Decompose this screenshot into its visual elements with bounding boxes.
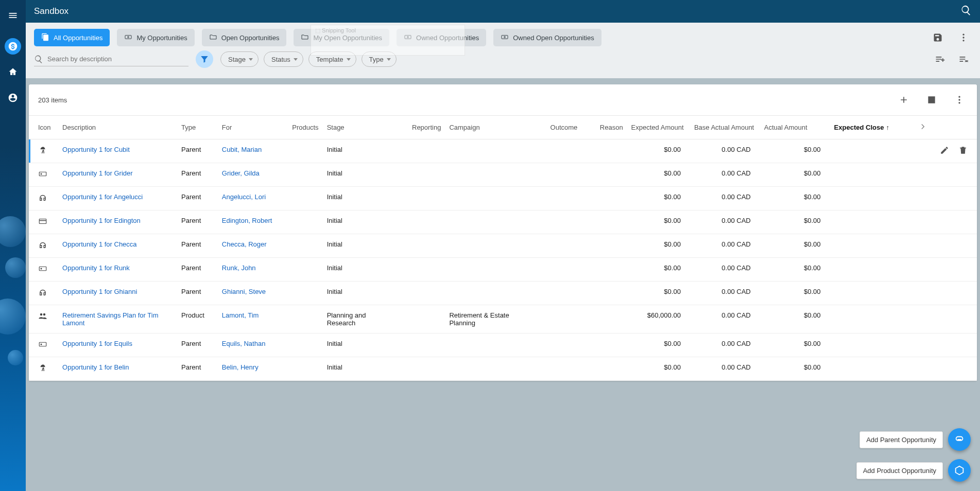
col-reporting[interactable]: Reporting (392, 116, 445, 139)
table-row[interactable]: Opportunity 1 for EdingtonParentEdington… (29, 211, 977, 234)
more-vert-icon (954, 95, 965, 105)
copy-icon (41, 33, 49, 43)
row-campaign (445, 139, 529, 163)
col-expected-close[interactable]: Expected Close↑ (830, 116, 914, 139)
row-base: 0.00 CAD (690, 334, 760, 357)
table-row[interactable]: Opportunity 1 for AngelucciParentAngeluc… (29, 187, 977, 211)
tab-all-opportunities[interactable]: All Opportunities (34, 29, 110, 46)
row-description[interactable]: Opportunity 1 for Angelucci (62, 193, 143, 201)
col-for[interactable]: For (218, 116, 277, 139)
save-button[interactable] (930, 29, 946, 46)
row-for[interactable]: Checca, Roger (222, 240, 267, 248)
fab-add-parent[interactable] (948, 428, 971, 451)
row-type: Parent (177, 163, 218, 187)
search-input[interactable] (47, 55, 188, 63)
chart-button[interactable] (923, 92, 940, 108)
svg-rect-18 (39, 342, 46, 346)
row-base: 0.00 CAD (690, 211, 760, 234)
col-products[interactable]: Products (277, 116, 322, 139)
row-campaign (445, 211, 529, 234)
col-type[interactable]: Type (177, 116, 218, 139)
col-description[interactable]: Description (58, 116, 177, 139)
tab-owned-opportunities[interactable]: Owned Opportunities (397, 29, 486, 46)
row-type-icon (38, 314, 47, 322)
col-reason[interactable]: Reason (581, 116, 627, 139)
svg-point-3 (407, 36, 409, 38)
table-row[interactable]: Opportunity 1 for EquilsParentEquils, Na… (29, 334, 977, 357)
col-base-actual[interactable]: Base Actual Amount (690, 116, 760, 139)
row-expected: $60,000.00 (627, 305, 690, 334)
row-actual: $0.00 (760, 357, 830, 381)
col-icon[interactable]: Icon (29, 116, 58, 139)
more-button[interactable] (955, 29, 972, 46)
row-base: 0.00 CAD (690, 163, 760, 187)
row-description[interactable]: Opportunity 1 for Ghianni (62, 288, 137, 295)
sidebar-item-opportunities[interactable] (5, 38, 21, 55)
row-for[interactable]: Equils, Nathan (222, 340, 266, 347)
table-row[interactable]: Opportunity 1 for RunkParentRunk, JohnIn… (29, 258, 977, 282)
edit-button[interactable] (940, 146, 949, 156)
row-type-icon (38, 343, 47, 350)
filter-template[interactable]: Template (308, 51, 356, 67)
row-description[interactable]: Opportunity 1 for Checca (62, 240, 137, 248)
filter-toggle[interactable] (196, 50, 213, 68)
row-description[interactable]: Opportunity 1 for Equils (62, 340, 132, 347)
tab-owned-open-opportunities[interactable]: Owned Open Opportunities (493, 29, 601, 46)
table-row[interactable]: Opportunity 1 for BelinParentBelin, Henr… (29, 357, 977, 381)
filter-status[interactable]: Status (264, 51, 303, 67)
svg-rect-12 (39, 172, 46, 176)
col-stage[interactable]: Stage (323, 116, 393, 139)
svg-rect-14 (39, 219, 46, 224)
add-row-button[interactable] (896, 92, 912, 108)
row-for[interactable]: Cubit, Marian (222, 146, 262, 153)
fab-add-product[interactable] (948, 459, 971, 482)
add-filter-button[interactable] (932, 51, 948, 67)
tab-my-opportunities[interactable]: My Opportunities (117, 29, 194, 46)
filter-stage[interactable]: Stage (220, 51, 259, 67)
row-type-icon (38, 267, 47, 275)
page-title: Sandbox (34, 6, 68, 16)
search-input-wrap[interactable] (34, 52, 188, 66)
menu-icon (8, 10, 18, 21)
table-row[interactable]: Opportunity 1 for GriderParentGrider, Gi… (29, 163, 977, 187)
filter-type[interactable]: Type (362, 51, 397, 67)
row-for[interactable]: Runk, John (222, 264, 256, 272)
svg-point-1 (128, 36, 129, 38)
table-row[interactable]: Opportunity 1 for CheccaParentChecca, Ro… (29, 234, 977, 258)
row-for[interactable]: Belin, Henry (222, 363, 259, 371)
row-description[interactable]: Opportunity 1 for Edington (62, 217, 141, 224)
col-expected-amount[interactable]: Expected Amount (627, 116, 690, 139)
sidebar-item-home[interactable] (5, 64, 21, 80)
row-for[interactable]: Grider, Gilda (222, 169, 260, 177)
sidebar-item-account[interactable] (5, 90, 21, 106)
delete-button[interactable] (958, 146, 968, 156)
tab-my-open-opportunities[interactable]: My Open Opportunities (294, 29, 389, 46)
col-expand[interactable] (914, 116, 977, 139)
row-expected: $0.00 (627, 258, 690, 282)
table-row[interactable]: Retirement Savings Plan for Tim LamontPr… (29, 305, 977, 334)
col-outcome[interactable]: Outcome (529, 116, 581, 139)
row-description[interactable]: Opportunity 1 for Cubit (62, 146, 130, 153)
menu-button[interactable] (5, 7, 21, 24)
row-actual: $0.00 (760, 163, 830, 187)
table-row[interactable]: Opportunity 1 for CubitParentCubit, Mari… (29, 139, 977, 163)
row-stage: Planning and Research (323, 305, 393, 334)
row-type: Parent (177, 334, 218, 357)
global-search-button[interactable] (960, 5, 972, 19)
col-actual[interactable]: Actual Amount (760, 116, 830, 139)
row-for[interactable]: Edington, Robert (222, 217, 272, 224)
col-campaign[interactable]: Campaign (445, 116, 529, 139)
row-for[interactable]: Ghianni, Steve (222, 288, 266, 295)
row-description[interactable]: Opportunity 1 for Runk (62, 264, 130, 272)
row-description[interactable]: Opportunity 1 for Belin (62, 363, 129, 371)
row-for[interactable]: Angelucci, Lori (222, 193, 266, 201)
tab-open-opportunities[interactable]: Open Opportunities (202, 29, 287, 46)
clear-filters-button[interactable] (955, 51, 972, 67)
row-for[interactable]: Lamont, Tim (222, 311, 259, 319)
table-more-button[interactable] (951, 92, 968, 108)
row-description[interactable]: Opportunity 1 for Grider (62, 169, 133, 177)
row-description[interactable]: Retirement Savings Plan for Tim Lamont (62, 311, 158, 327)
row-type: Parent (177, 234, 218, 258)
row-type: Parent (177, 282, 218, 305)
table-row[interactable]: Opportunity 1 for GhianniParentGhianni, … (29, 282, 977, 305)
